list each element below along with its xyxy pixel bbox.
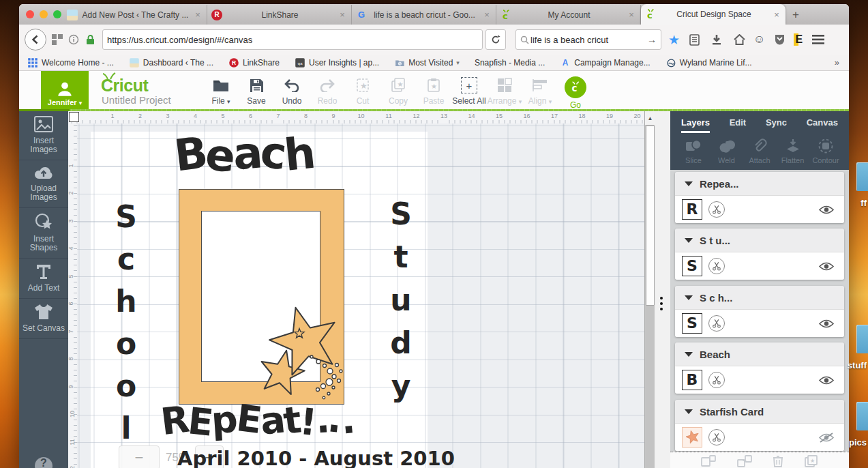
- panel-resize-handle[interactable]: [660, 297, 663, 310]
- tab-close-icon[interactable]: ×: [193, 10, 203, 20]
- downloads-icon[interactable]: [708, 31, 725, 48]
- design-text-repeat[interactable]: REpEat!...: [161, 399, 354, 442]
- sidebar-item-insert-images[interactable]: InsertImages: [19, 111, 68, 160]
- eye-visible-icon[interactable]: [818, 205, 835, 215]
- menu-icon[interactable]: [810, 31, 826, 48]
- zoom-window-button[interactable]: [53, 10, 61, 18]
- design-canvas[interactable]: 1234567891011121314151617181920 12345678…: [68, 111, 670, 468]
- minimize-window-button[interactable]: [40, 10, 48, 18]
- bookmark-item[interactable]: ACampaign Manage...: [560, 57, 650, 68]
- design-text-school[interactable]: School: [110, 195, 142, 449]
- ruler-left-number: 5: [68, 274, 74, 278]
- vertical-scrollbar[interactable]: ▲: [644, 111, 655, 468]
- ebates-e-icon[interactable]: E: [794, 33, 804, 46]
- tab-close-icon[interactable]: ×: [338, 10, 347, 20]
- layer-group-header[interactable]: Repea...: [675, 172, 844, 196]
- browser-tab[interactable]: cMy Account×: [496, 5, 641, 25]
- bookmark-item[interactable]: qaUser Insights | ap...: [295, 57, 379, 68]
- tab-close-icon[interactable]: ×: [772, 10, 781, 20]
- url-input[interactable]: [106, 34, 479, 46]
- search-input[interactable]: [529, 34, 647, 46]
- cut-linetype-icon[interactable]: [708, 372, 725, 388]
- select-all-button[interactable]: +Select All: [451, 74, 487, 110]
- collapse-triangle-icon[interactable]: [685, 352, 693, 357]
- tab-layers[interactable]: Layers: [681, 117, 710, 133]
- zoom-out-button[interactable]: −: [119, 445, 160, 468]
- bookmark-item[interactable]: Wyland Marine Lif...: [665, 57, 752, 68]
- eye-visible-icon[interactable]: [818, 375, 835, 385]
- scrollbar-thumb[interactable]: [646, 126, 655, 306]
- cut-linetype-icon[interactable]: [708, 201, 725, 218]
- collapse-triangle-icon[interactable]: [685, 295, 693, 300]
- canvas-field[interactable]: Beach School: [77, 123, 644, 468]
- tab-sync[interactable]: Sync: [766, 117, 787, 133]
- browser-tab-active[interactable]: cCricut Design Space×: [641, 4, 785, 25]
- help-button[interactable]: ?: [35, 457, 53, 468]
- go-icon: c: [565, 76, 586, 98]
- back-button[interactable]: [25, 29, 46, 50]
- new-tab-button[interactable]: +: [785, 5, 806, 25]
- feedback-smiley-icon[interactable]: ☺: [753, 33, 765, 46]
- layer-row[interactable]: [675, 424, 844, 451]
- eye-hidden-icon[interactable]: [818, 433, 835, 443]
- cut-linetype-icon[interactable]: [708, 258, 725, 274]
- cut-linetype-icon[interactable]: [708, 315, 725, 332]
- desktop-folder-icon[interactable]: [856, 162, 868, 191]
- firefox-window: Add New Post ‹ The Crafty ...×RLinkShare…: [19, 4, 849, 468]
- layer-group-header[interactable]: Beach: [675, 342, 844, 366]
- desktop-folder-icon[interactable]: [856, 325, 868, 353]
- bookmark-item[interactable]: Dashboard ‹ The ...: [129, 57, 213, 68]
- pocket-shield-icon[interactable]: [771, 31, 788, 48]
- search-bar[interactable]: →: [515, 29, 661, 50]
- account-button[interactable]: Jennifer ▾: [41, 71, 89, 109]
- browser-tab[interactable]: Add New Post ‹ The Crafty ...×: [63, 5, 207, 25]
- bookmark-item[interactable]: Snapfish - Media ...: [475, 58, 545, 68]
- layer-row[interactable]: S: [675, 252, 844, 280]
- bookmark-item[interactable]: RLinkShare: [228, 57, 280, 68]
- bookmark-item[interactable]: Most Visited ▾: [394, 57, 460, 68]
- layer-row[interactable]: S: [675, 310, 844, 337]
- bookmarks-overflow-icon[interactable]: »: [835, 57, 839, 68]
- search-submit-icon[interactable]: →: [647, 34, 657, 45]
- page-info-icon[interactable]: [65, 31, 82, 48]
- sidebar-item-upload-images[interactable]: UploadImages: [19, 160, 68, 208]
- close-window-button[interactable]: [26, 10, 34, 18]
- bookmarks-panel-icon[interactable]: [686, 31, 702, 48]
- sidebar-item-add-text[interactable]: Add Text: [19, 259, 68, 299]
- collapse-triangle-icon[interactable]: [685, 238, 693, 243]
- undo-button[interactable]: Undo: [274, 74, 310, 110]
- layer-group-header[interactable]: S c h...: [675, 286, 844, 310]
- cut-linetype-icon[interactable]: [708, 429, 725, 445]
- layer-row[interactable]: B: [675, 366, 844, 394]
- tab-edit[interactable]: Edit: [730, 117, 747, 133]
- url-bar[interactable]: [102, 29, 483, 50]
- tab-close-icon[interactable]: ×: [627, 10, 636, 20]
- scroll-up-button[interactable]: ▲: [645, 111, 655, 126]
- browser-tab[interactable]: RLinkShare×: [207, 5, 352, 25]
- file-button[interactable]: File ▾: [203, 74, 239, 110]
- home-icon[interactable]: [731, 31, 747, 48]
- reload-button[interactable]: [485, 29, 506, 50]
- design-text-study[interactable]: Study: [385, 192, 417, 407]
- tab-groups-icon[interactable]: [49, 31, 65, 48]
- layer-group-header[interactable]: S t u...: [675, 229, 844, 252]
- design-text-beach[interactable]: Beach: [175, 129, 314, 179]
- starfish-graphic[interactable]: [258, 299, 347, 402]
- sidebar-item-insert-shapes[interactable]: InsertShapes: [19, 208, 68, 259]
- go-button[interactable]: cGo: [558, 74, 593, 110]
- tab-close-icon[interactable]: ×: [482, 10, 492, 20]
- save-button[interactable]: Save: [239, 74, 274, 110]
- browser-tab[interactable]: Glife is a beach cricut - Goo...×: [352, 5, 496, 25]
- collapse-triangle-icon[interactable]: [685, 181, 693, 186]
- eye-visible-icon[interactable]: [818, 319, 835, 329]
- layer-group-header[interactable]: Starfish Card: [675, 400, 844, 424]
- eye-visible-icon[interactable]: [818, 261, 835, 272]
- layer-row[interactable]: R: [675, 196, 844, 223]
- tab-canvas[interactable]: Canvas: [807, 117, 838, 133]
- bookmark-star-icon[interactable]: ★: [668, 32, 680, 48]
- bookmark-item[interactable]: Welcome Home - ...: [27, 57, 114, 68]
- design-text-date[interactable]: April 2010 - August 2010: [177, 447, 455, 468]
- desktop-folder-icon[interactable]: [856, 402, 868, 430]
- sidebar-item-set-canvas[interactable]: Set Canvas: [19, 299, 68, 339]
- collapse-triangle-icon[interactable]: [685, 409, 693, 414]
